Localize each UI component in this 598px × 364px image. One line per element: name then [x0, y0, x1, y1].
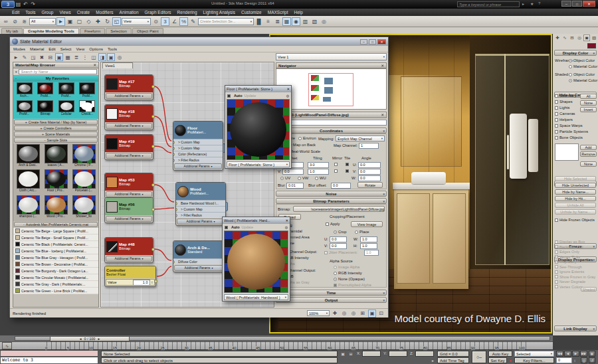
wood-auto-checkbox[interactable] — [225, 226, 228, 229]
map18-additional-params[interactable]: Additional Params▾ — [106, 123, 152, 129]
sme-assign-material-icon[interactable]: ◳ — [29, 53, 37, 61]
apply-checkbox[interactable]: Apply — [326, 222, 340, 226]
menu-item[interactable]: Lighting Analysis — [203, 10, 235, 15]
modify-tab-icon[interactable]: ∿ — [561, 35, 568, 41]
display-property-checkbox[interactable]: Show Frozen in Gray — [555, 275, 595, 279]
display-property-checkbox[interactable]: Never Degrade — [555, 280, 595, 284]
mirror-icon[interactable]: ▐▌ — [254, 17, 263, 26]
selection-set-dropdown[interactable]: Selected▾ — [514, 351, 554, 357]
stone-preview-window[interactable]: Floor ( ProMaterials: Stone )✕ Auto Upda… — [225, 85, 292, 169]
wood-magnify-icon[interactable]: ◎ — [285, 225, 288, 229]
sample-slot[interactable]: Porcelain (... — [70, 169, 98, 195]
editor-pan-to-selected-icon[interactable]: ▣ — [368, 310, 376, 318]
frame-spinner-icon[interactable]: ↕ — [572, 357, 577, 363]
add-time-tag[interactable]: Add Time Tag — [437, 357, 469, 363]
menu-item[interactable]: Tools — [25, 10, 35, 15]
sme-preview-icon[interactable]: ◨ — [98, 53, 106, 61]
hide-action-button[interactable]: Hide by Hit... — [555, 196, 596, 201]
ribbon-tab[interactable]: My tab — [1, 28, 23, 34]
wood-input-slot[interactable]: > Fillet Radius — [176, 212, 225, 218]
v-offset-field[interactable]: 0.0 — [282, 169, 304, 175]
editor-zoom-icon[interactable]: ◎ — [340, 310, 348, 318]
star-icon[interactable]: ★ — [530, 1, 534, 6]
next-frame-arrow-icon[interactable]: ▸ — [98, 337, 100, 341]
key-filters-button[interactable]: Key Filters... — [514, 357, 554, 363]
sample-slot[interactable]: Chrome ( P... — [70, 144, 98, 169]
edit-named-selections-icon[interactable]: ✎ — [189, 17, 197, 26]
wood-side-tab[interactable] — [225, 202, 228, 211]
display-property-checkbox[interactable]: See-Through — [555, 265, 595, 269]
u-tiling-field[interactable]: 3.0 — [308, 162, 329, 168]
slate-close-button[interactable]: ✕ — [377, 39, 386, 45]
reference-coordinate-dropdown[interactable]: View▾ — [122, 18, 151, 25]
stone-update-button[interactable]: Update — [245, 94, 256, 98]
node-map17[interactable]: Map #17Bitmap Additional Params▾ — [104, 74, 153, 100]
menu-item[interactable]: MAXScript — [268, 10, 288, 15]
blur-field[interactable]: 0.01 — [286, 183, 304, 189]
view-selector-dropdown[interactable]: View 1▾ — [276, 53, 387, 60]
favorite-material[interactable]: Check... — [77, 100, 98, 118]
mini-curve-editor-icon[interactable]: ∿ — [2, 342, 12, 349]
slate-menu-item[interactable]: Modes — [13, 47, 25, 51]
y-coordinate-field[interactable] — [389, 351, 407, 357]
editor-pan-icon[interactable]: ✚ — [331, 310, 339, 318]
angle-snap-icon[interactable]: ∠ — [170, 17, 179, 26]
sme-layout-vertical-icon[interactable]: ⋮ — [81, 53, 89, 61]
bitmap-path-button[interactable]: \sceneassets\images\LightWoodPanel-Diffu… — [293, 206, 385, 212]
v-tiling-field[interactable]: 1.0 — [308, 169, 329, 175]
editor-zoom-dropdown[interactable]: 100%▾ — [307, 310, 330, 316]
display-property-checkbox[interactable]: Edges Only — [555, 250, 595, 254]
set-keys-button[interactable]: ○– — [472, 351, 486, 363]
filter-funnel-icon[interactable]: ▼ — [15, 70, 17, 74]
category-checkbox[interactable]: Helpers — [555, 118, 588, 122]
align-icon[interactable]: ≡ — [264, 17, 272, 26]
editor-zoom-selected-icon[interactable]: ⊡ — [377, 310, 385, 318]
sme-layout-icon[interactable]: ≣ — [72, 53, 80, 61]
parameter-panel-header[interactable]: Map #53 (LightWoodPanel-Diffuse.jpg)✕ — [276, 112, 387, 118]
go-to-start-button[interactable]: ◀◀ — [556, 351, 563, 357]
floor-additional-params[interactable]: Additional Params▾ — [174, 163, 222, 169]
display-property-checkbox[interactable]: Vertex Ticks — [555, 255, 595, 259]
favorites-header[interactable]: -My Favorites — [13, 76, 98, 82]
prev-frame-arrow-icon[interactable]: ◂ — [80, 337, 82, 341]
parameter-panel-close-icon[interactable]: ✕ — [381, 113, 384, 117]
library-material-item[interactable]: Ceramic Tile Black ( ProMaterials: Ceram… — [13, 241, 98, 248]
category-add-button[interactable]: Add — [580, 145, 597, 150]
menu-item[interactable]: Edit — [12, 10, 19, 15]
floor-input-slot[interactable]: > Custom Map — [173, 145, 223, 151]
maxscript-listener-white[interactable]: Welcome to 3 — [0, 357, 98, 364]
hide-action-button[interactable]: Unhide by Name... — [555, 209, 596, 215]
category-remove-button[interactable]: Remove — [580, 151, 597, 157]
u-tile-checkbox[interactable] — [346, 163, 349, 166]
sme-pick-material-icon[interactable]: ✎ — [21, 53, 29, 61]
wireframe-object-color-radio[interactable]: Object Color — [569, 58, 595, 62]
sme-show-map-icon[interactable]: ▣ — [55, 53, 63, 61]
bitmap-parameters-rollout[interactable]: Bitmap Parameters — [276, 198, 387, 204]
image-alpha-radio[interactable]: Image Alpha — [334, 265, 359, 269]
slate-menu-item[interactable]: Edit — [49, 47, 55, 51]
slate-menu-item[interactable]: Select — [60, 47, 72, 51]
crop-u-field[interactable]: 0.0 — [330, 236, 347, 242]
abs-offset-mode-icon[interactable]: ⊞ — [347, 351, 355, 357]
uv-radio[interactable]: UV — [280, 176, 290, 180]
category-none2-button[interactable]: None — [580, 161, 597, 167]
sample-slot[interactable]: Wood ( Pro... — [42, 195, 70, 221]
category-custom-list[interactable] — [555, 143, 579, 161]
slate-menu-item[interactable]: Options — [89, 47, 103, 51]
map19-additional-params[interactable]: Additional Params▾ — [106, 153, 152, 159]
crop-v-field[interactable]: 0.0 — [330, 243, 347, 249]
stone-magnify-icon[interactable]: ◎ — [286, 94, 289, 98]
infocenter-search-input[interactable]: Type a keyword or phrase — [457, 1, 520, 7]
none-opaque-radio[interactable]: None (Opaque) — [334, 277, 365, 281]
library-material-item[interactable]: Ceramic Tile Circular Mosaic ( ProMateri… — [13, 274, 98, 281]
undo-icon[interactable]: ↶ — [22, 0, 29, 9]
browser-close-icon[interactable]: ✕ — [93, 63, 96, 67]
create-tab-icon[interactable]: ✚ — [554, 35, 561, 41]
favorite-material[interactable]: Cellular — [56, 100, 77, 118]
navigator-close-icon[interactable]: ✕ — [381, 64, 384, 68]
select-object-icon[interactable]: ► — [56, 17, 65, 26]
maxscript-listener-pink[interactable] — [0, 350, 98, 357]
menu-item[interactable]: Views — [59, 10, 70, 15]
rendered-frame-window-icon[interactable]: ▧ — [310, 17, 319, 26]
sme-hide-unused-slots-icon[interactable]: ◫ — [90, 53, 98, 61]
